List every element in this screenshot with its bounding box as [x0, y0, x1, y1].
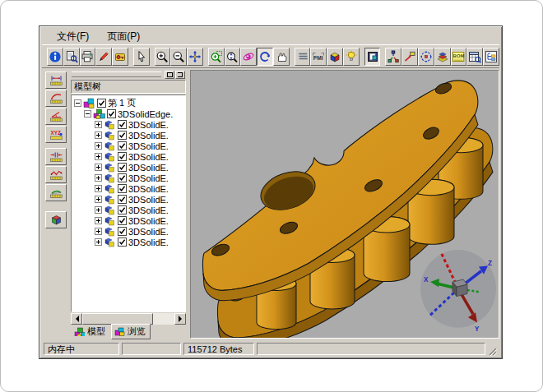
menu-file[interactable]: 文件(F)	[53, 29, 92, 44]
measure-arc-button[interactable]	[45, 184, 67, 201]
expand-icon[interactable]	[95, 196, 102, 203]
tree-row-part[interactable]: 3DSolidE.	[72, 215, 185, 226]
checkbox-checked[interactable]	[118, 205, 127, 214]
tab-model[interactable]: 模型	[72, 325, 109, 339]
expand-icon[interactable]	[95, 217, 102, 224]
zoom-dynamic-button[interactable]	[225, 48, 241, 66]
checkbox-checked[interactable]	[118, 173, 127, 182]
rotate-part-button[interactable]	[418, 48, 434, 66]
orbit-button[interactable]	[240, 48, 257, 66]
panel-hide-button[interactable]	[175, 71, 185, 79]
tree-row-part[interactable]: 3DSolidE.	[72, 237, 185, 247]
view-cube-button[interactable]	[327, 48, 343, 66]
measure-curve-button[interactable]	[45, 90, 67, 107]
tree-row-assembly[interactable]: 3DSolidEdge.	[72, 108, 185, 119]
checkbox-checked[interactable]	[118, 195, 127, 204]
checkbox-checked[interactable]	[118, 152, 127, 161]
status-size: 115712 Bytes	[183, 343, 254, 355]
tree-row-part[interactable]: 3DSolidE.	[72, 141, 185, 151]
expand-icon[interactable]	[95, 131, 102, 139]
tree-label: 3DSolidE.	[128, 141, 169, 151]
print-preview-button[interactable]	[63, 48, 80, 66]
checkbox-checked[interactable]	[118, 141, 127, 150]
viewport-3d[interactable]: X Z Y	[190, 70, 499, 339]
measure-coordinate-button[interactable]: XYZ	[45, 126, 67, 143]
gizmo-x-label: X	[424, 276, 429, 284]
checkbox-checked[interactable]	[118, 131, 127, 140]
tree-hscrollbar[interactable]	[71, 313, 186, 325]
tree-row-part[interactable]: 3DSolidE.	[72, 119, 185, 130]
expand-icon[interactable]	[95, 142, 102, 150]
license-keys-button[interactable]	[112, 48, 128, 66]
print-button[interactable]	[80, 48, 96, 66]
pan-axes-button[interactable]	[187, 48, 203, 66]
app-window: 文件(F) 页面(P) PMI BOM	[39, 25, 503, 359]
collapse-icon[interactable]	[84, 110, 91, 118]
tree-row-part[interactable]: 3DSolidE.	[72, 151, 185, 162]
checkbox-checked[interactable]	[118, 163, 127, 172]
expand-icon[interactable]	[95, 206, 102, 214]
measure-distance-button[interactable]	[45, 71, 67, 89]
zoom-window-button[interactable]	[208, 48, 225, 66]
move-part-button[interactable]	[401, 48, 418, 66]
model-tree[interactable]: 第 1 页 3DSolidEdge. 3DSolidE. 3DSolidE. 3…	[71, 95, 186, 312]
zoom-out-button[interactable]	[170, 48, 187, 66]
expand-icon[interactable]	[95, 228, 102, 235]
checkbox-checked[interactable]	[118, 216, 127, 225]
info-button[interactable]	[47, 48, 63, 66]
tree-row-part[interactable]: 3DSolidE.	[72, 130, 185, 141]
checkbox-checked[interactable]	[118, 238, 127, 247]
zoom-in-button[interactable]	[155, 48, 171, 66]
pan-hand-button[interactable]	[273, 48, 290, 66]
tree-label: 3DSolidE.	[128, 173, 169, 183]
checkbox-checked[interactable]	[107, 109, 116, 118]
bom-button[interactable]: BOM	[451, 48, 467, 66]
parts-button[interactable]	[385, 48, 401, 66]
expand-icon[interactable]	[95, 174, 102, 182]
expand-icon[interactable]	[95, 185, 102, 192]
report-table-button[interactable]	[466, 48, 483, 66]
light-button[interactable]	[343, 48, 360, 66]
expand-icon[interactable]	[95, 153, 102, 160]
view-3d-cube-button[interactable]	[45, 211, 67, 228]
explode-button[interactable]	[434, 48, 451, 66]
part-icon	[104, 119, 116, 130]
tree-row-part[interactable]: 3DSolidE.	[72, 226, 185, 237]
tab-browse[interactable]: 浏览	[111, 324, 151, 339]
measure-angle-button[interactable]	[45, 108, 67, 125]
tree-row-page[interactable]: 第 1 页	[72, 98, 185, 108]
scroll-left-button[interactable]	[71, 313, 82, 325]
tree-row-part[interactable]: 3DSolidE.	[72, 194, 185, 205]
tree-row-part[interactable]: 3DSolidE.	[72, 173, 185, 183]
checkbox-checked[interactable]	[118, 184, 127, 193]
expand-icon[interactable]	[95, 238, 102, 246]
tree-label: 3DSolidE.	[128, 184, 169, 194]
expand-icon[interactable]	[95, 164, 102, 171]
model-tree-panel-button[interactable]	[364, 48, 381, 66]
checkbox-checked[interactable]	[118, 120, 127, 129]
markup-pen-button[interactable]	[95, 48, 112, 66]
scrollbar-thumb[interactable]	[82, 313, 153, 325]
tree-row-part[interactable]: 3DSolidE.	[72, 162, 185, 173]
spin-button[interactable]	[257, 48, 273, 66]
menu-page[interactable]: 页面(P)	[104, 29, 143, 44]
pmi-button[interactable]: PMI	[310, 48, 327, 66]
measure-gap-button[interactable]	[45, 148, 67, 165]
measure-polyline-button[interactable]	[45, 166, 67, 183]
3d-model-canvas[interactable]: X Z Y	[191, 71, 499, 338]
scroll-right-button[interactable]	[174, 313, 186, 325]
checkbox-checked[interactable]	[118, 227, 127, 236]
resize-grip[interactable]	[488, 347, 498, 357]
expand-icon[interactable]	[95, 121, 102, 128]
panel-drag-grip[interactable]	[72, 71, 161, 77]
checkbox-checked[interactable]	[97, 99, 106, 108]
scrollbar-track[interactable]	[153, 313, 174, 325]
select-cursor-button[interactable]	[133, 48, 150, 66]
structure-tree-button[interactable]	[483, 48, 499, 66]
tree-row-part[interactable]: 3DSolidE.	[72, 205, 185, 215]
collapse-icon[interactable]	[74, 99, 81, 107]
panel-float-button[interactable]	[165, 71, 174, 79]
orientation-gizmo[interactable]: X Z Y	[420, 250, 496, 333]
layers-button[interactable]	[295, 48, 311, 66]
tree-row-part[interactable]: 3DSolidE.	[72, 183, 185, 194]
